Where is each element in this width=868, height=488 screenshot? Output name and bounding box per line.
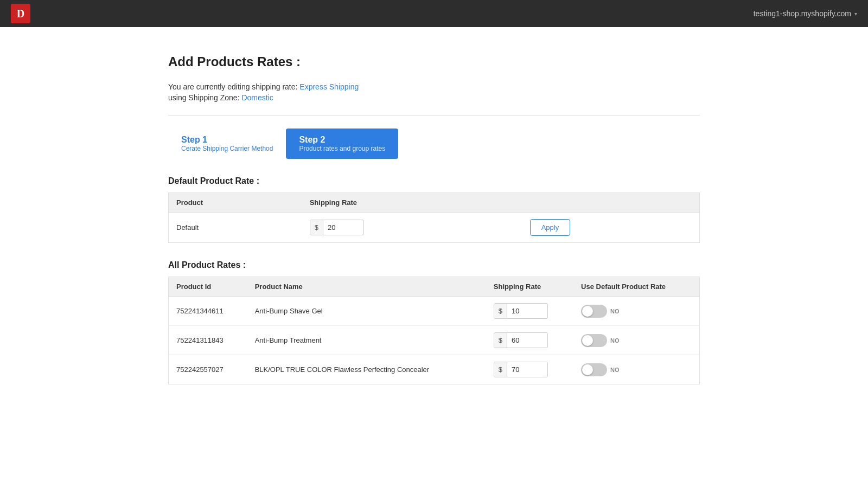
col-use-default: Use Default Product Rate — [573, 277, 699, 297]
all-rates-title: All Product Rates : — [168, 260, 700, 270]
all-rates-table: Product Id Product Name Shipping Rate Us… — [168, 277, 700, 384]
shipping-rate-link[interactable]: Express Shipping — [299, 82, 359, 91]
table-row: 752241311843 Anti-Bump Treatment $ NO — [169, 326, 700, 355]
col-shipping-rate: Shipping Rate — [486, 277, 573, 297]
shop-selector[interactable]: testing1-shop.myshopify.com ▾ — [754, 9, 857, 18]
subtitle-zone: using Shipping Zone: Domestic — [168, 93, 700, 102]
toggle-thumb-1 — [582, 335, 593, 346]
dollar-input-2: $ — [494, 362, 548, 377]
chevron-down-icon: ▾ — [854, 11, 857, 17]
toggle-switch-1[interactable] — [581, 334, 607, 347]
product-id-2: 752242557027 — [169, 355, 247, 384]
default-apply-button[interactable]: Apply — [530, 219, 571, 236]
step2-box[interactable]: Step 2 Product rates and group rates — [286, 129, 398, 159]
dollar-input-1: $ — [494, 332, 548, 348]
toggle-wrap-1: NO — [581, 334, 692, 347]
table-row: 752242557027 BLK/OPL TRUE COLOR Flawless… — [169, 355, 700, 384]
toggle-label-2: NO — [610, 367, 620, 373]
default-col-product: Product — [169, 193, 302, 213]
brand-logo: D — [11, 4, 30, 23]
default-product-label: Default — [169, 213, 302, 243]
step1-box[interactable]: Step 1 Cerate Shipping Carrier Method — [168, 129, 286, 159]
toggle-cell-0: NO — [573, 297, 699, 326]
default-rate-table: Product Shipping Rate Default $ Apply — [168, 192, 700, 243]
toggle-wrap-2: NO — [581, 363, 692, 376]
default-rate-input-cell: $ — [302, 213, 522, 243]
col-product-id: Product Id — [169, 277, 247, 297]
rate-input-cell-2: $ — [486, 355, 573, 384]
step1-sublabel: Cerate Shipping Carrier Method — [181, 145, 273, 152]
subtitle-rate: You are currently editing shipping rate:… — [168, 82, 700, 91]
dollar-sign-icon: $ — [310, 220, 323, 235]
steps-row: Step 1 Cerate Shipping Carrier Method St… — [168, 129, 700, 159]
toggle-label-1: NO — [610, 337, 620, 344]
rate-field-2[interactable] — [507, 362, 540, 377]
toggle-switch-2[interactable] — [581, 363, 607, 376]
dollar-sign-icon: $ — [494, 362, 507, 377]
page-title: Add Products Rates : — [168, 54, 700, 69]
rate-field-1[interactable] — [507, 333, 540, 348]
default-rate-row: Default $ Apply — [169, 213, 700, 243]
rate-field-0[interactable] — [507, 304, 540, 318]
default-apply-cell: Apply — [522, 213, 700, 243]
step2-sublabel: Product rates and group rates — [299, 145, 385, 152]
default-col-rate: Shipping Rate — [302, 193, 522, 213]
dollar-sign-icon: $ — [494, 304, 507, 318]
col-product-name: Product Name — [247, 277, 486, 297]
toggle-label-0: NO — [610, 308, 620, 314]
product-name-2: BLK/OPL TRUE COLOR Flawless Perfecting C… — [247, 355, 486, 384]
section-divider — [168, 115, 700, 115]
default-rate-field[interactable] — [323, 220, 356, 235]
toggle-thumb-0 — [582, 306, 593, 317]
dollar-sign-icon: $ — [494, 333, 507, 348]
rate-input-cell-0: $ — [486, 297, 573, 326]
toggle-switch-0[interactable] — [581, 305, 607, 318]
main-content: Add Products Rates : You are currently e… — [136, 27, 732, 429]
toggle-thumb-2 — [582, 364, 593, 375]
toggle-cell-1: NO — [573, 326, 699, 355]
rate-input-cell-1: $ — [486, 326, 573, 355]
top-header: D testing1-shop.myshopify.com ▾ — [0, 0, 868, 27]
toggle-cell-2: NO — [573, 355, 699, 384]
shipping-zone-link[interactable]: Domestic — [241, 93, 273, 102]
default-col-action — [522, 193, 700, 213]
product-name-1: Anti-Bump Treatment — [247, 326, 486, 355]
dollar-input-0: $ — [494, 303, 548, 319]
shop-name: testing1-shop.myshopify.com — [754, 9, 851, 18]
table-row: 752241344611 Anti-Bump Shave Gel $ NO — [169, 297, 700, 326]
toggle-wrap-0: NO — [581, 305, 692, 318]
product-id-1: 752241311843 — [169, 326, 247, 355]
default-rate-title: Default Product Rate : — [168, 176, 700, 186]
step2-label: Step 2 — [299, 135, 385, 145]
default-dollar-input: $ — [310, 220, 364, 235]
product-name-0: Anti-Bump Shave Gel — [247, 297, 486, 326]
product-id-0: 752241344611 — [169, 297, 247, 326]
step1-label: Step 1 — [181, 135, 273, 145]
